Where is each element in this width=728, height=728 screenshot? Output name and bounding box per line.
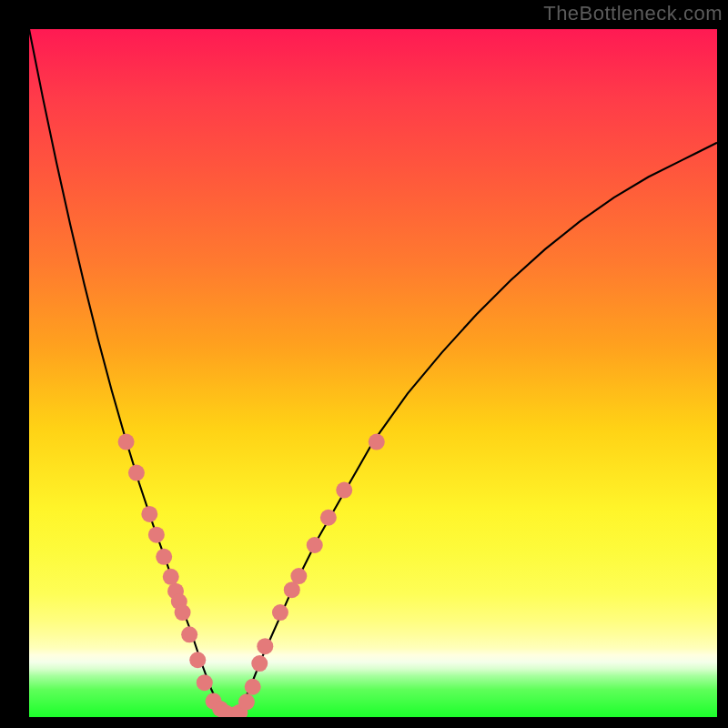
sample-dots: [118, 434, 385, 717]
sample-dot: [257, 638, 273, 654]
sample-dot: [189, 652, 206, 668]
sample-dot: [175, 604, 191, 621]
sample-dot: [272, 604, 288, 621]
bottleneck-curve: [29, 29, 717, 717]
sample-dot: [148, 527, 165, 543]
sample-dot: [163, 569, 179, 585]
chart-plot-area: [29, 29, 717, 717]
sample-dot: [251, 655, 268, 672]
sample-dot: [197, 674, 213, 691]
sample-dot: [369, 434, 385, 450]
sample-dot: [320, 510, 337, 526]
sample-dot: [336, 482, 352, 499]
sample-dot: [307, 537, 323, 553]
sample-dot: [245, 679, 261, 695]
chart-svg: [29, 29, 717, 717]
sample-dot: [128, 465, 145, 481]
watermark-text: TheBottleneck.com: [543, 2, 723, 25]
sample-dot: [156, 549, 172, 565]
sample-dot: [118, 434, 135, 450]
sample-dot: [238, 693, 255, 710]
sample-dot: [181, 626, 197, 642]
sample-dot: [290, 568, 307, 584]
sample-dot: [141, 506, 157, 522]
